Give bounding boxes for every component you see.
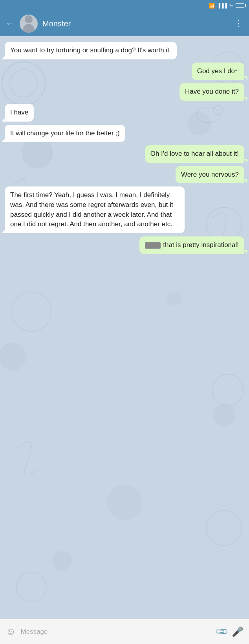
message-input-label: Message (21, 628, 212, 636)
emoji-button[interactable]: ☺ (5, 626, 16, 638)
mic-button[interactable]: 🎤 (232, 626, 244, 637)
message-3: Have you done it? (179, 83, 244, 101)
menu-button[interactable]: ⋮ (234, 18, 244, 29)
message-text: that is pretty inspirational! (163, 241, 239, 249)
message-7: Were you nervous? (176, 166, 244, 184)
wifi-icon: 📶 (209, 3, 215, 9)
message-1: You want to try torturing or snuffing a … (5, 42, 177, 59)
status-bar: 📶 ▐▐▐ % (0, 0, 249, 11)
contact-name[interactable]: Monster (42, 19, 230, 28)
message-text: It will change your life for the better … (10, 129, 120, 137)
svg-point-6 (206, 510, 242, 546)
message-text: The first time? Yeah, I guess I was. I m… (10, 191, 173, 228)
back-button[interactable]: ← (5, 18, 14, 29)
avatar (20, 15, 38, 33)
chat-area: You want to try torturing or snuffing a … (0, 36, 249, 619)
battery-icon (236, 3, 244, 8)
signal-icon: ▐▐▐ (217, 3, 227, 8)
message-text: Have you done it? (185, 88, 239, 95)
message-9: that is pretty inspirational! (139, 236, 245, 254)
svg-point-8 (196, 107, 220, 123)
attach-button[interactable]: 📎 (214, 624, 229, 639)
bottom-bar: ☺ Message 📎 🎤 (0, 619, 249, 644)
svg-point-0 (2, 62, 45, 105)
message-4: I have (5, 104, 34, 122)
message-5: It will change your life for the better … (5, 125, 125, 142)
message-6: Oh I'd love to hear all about it! (145, 145, 244, 163)
svg-point-7 (16, 572, 46, 602)
censored-word (145, 242, 161, 249)
svg-point-5 (212, 375, 244, 406)
svg-point-4 (12, 292, 51, 331)
svg-point-9 (213, 105, 223, 115)
battery-percent: % (229, 3, 233, 8)
message-text: God yes I do~ (197, 67, 239, 75)
message-8: The first time? Yeah, I guess I was. I m… (5, 186, 185, 233)
chat-header: ← Monster ⋮ (0, 11, 249, 36)
svg-point-1 (10, 70, 37, 97)
message-2: God yes I do~ (192, 63, 244, 80)
message-text: I have (10, 109, 28, 116)
message-text: Oh I'd love to hear all about it! (150, 150, 239, 157)
message-text: Were you nervous? (181, 171, 239, 178)
message-text: You want to try torturing or snuffing a … (10, 46, 171, 54)
